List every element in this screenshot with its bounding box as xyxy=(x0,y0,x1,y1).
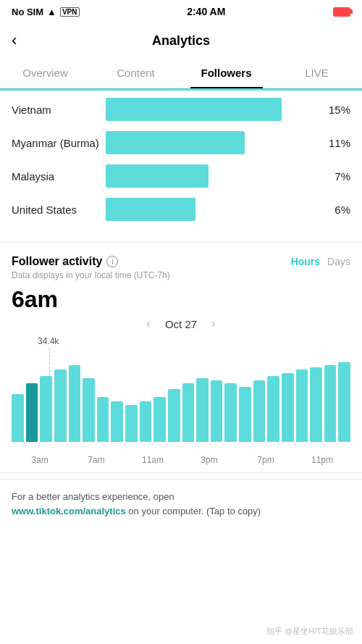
x-label-7pm: 7pm xyxy=(237,455,294,465)
chart-next-arrow[interactable]: › xyxy=(211,317,215,330)
chart-bar-13 xyxy=(196,378,209,442)
chart-bar-22 xyxy=(324,365,337,442)
carrier-label: No SIM xyxy=(12,7,43,17)
country-row-myanmar: Myanmar (Burma) 11% xyxy=(12,131,350,154)
bar-container-malaysia xyxy=(106,164,320,188)
pct-malaysia: 7% xyxy=(320,170,350,183)
bar-container-myanmar xyxy=(106,131,320,154)
header: ‹ Analytics xyxy=(0,23,362,58)
tab-content[interactable]: Content xyxy=(90,58,181,88)
x-label-3am: 3am xyxy=(12,455,68,465)
chart-bar-7 xyxy=(111,401,123,442)
chart-bar-10 xyxy=(153,397,166,442)
chart-bar-17 xyxy=(253,380,266,442)
vpn-badge: VPN xyxy=(60,7,80,17)
follower-activity-section: Follower activity i Hours Days Data disp… xyxy=(0,245,362,313)
bar-container-us xyxy=(106,198,320,221)
chart-nav: ‹ Oct 27 › xyxy=(12,317,350,330)
chart-bar-11 xyxy=(168,389,180,442)
tabs-bar: Overview Content Followers LIVE xyxy=(0,58,362,88)
country-row-malaysia: Malaysia 7% xyxy=(12,164,350,188)
tab-followers[interactable]: Followers xyxy=(181,58,272,88)
wifi-icon: ▲ xyxy=(47,7,56,17)
page-title: Analytics xyxy=(152,33,210,49)
chart-wrapper: 34.4k xyxy=(12,336,350,452)
toggle-buttons: Hours Days xyxy=(291,256,350,267)
tooltip-value: 34.4k xyxy=(38,336,59,346)
status-time: 2:40 AM xyxy=(187,6,225,17)
activity-title-row: Follower activity i xyxy=(12,255,118,268)
chart-bar-21 xyxy=(310,367,322,442)
bar-vietnam xyxy=(106,98,282,121)
footer-link[interactable]: www.tiktok.com/analytics xyxy=(12,506,126,517)
pct-us: 6% xyxy=(320,204,350,216)
watermark: 知乎 @星坐HIT花娱乐部 xyxy=(266,626,353,637)
chart-bar-9 xyxy=(140,401,152,442)
chart-bar-18 xyxy=(267,376,279,442)
footer-text: For a better analytics experience, open … xyxy=(12,490,350,518)
chart-date: Oct 27 xyxy=(165,318,197,330)
back-button[interactable]: ‹ xyxy=(12,31,17,50)
chart-bar-2 xyxy=(40,376,52,442)
chart-bar-8 xyxy=(125,405,138,442)
pct-myanmar: 11% xyxy=(320,137,350,149)
chart-bar-12 xyxy=(182,383,195,442)
activity-subtitle: Data displays in your local time (UTC-7h… xyxy=(12,270,350,280)
pct-vietnam: 15% xyxy=(320,104,350,116)
footer: For a better analytics experience, open … xyxy=(0,479,362,518)
country-row-us: United States 6% xyxy=(12,198,350,221)
x-label-7am: 7am xyxy=(68,455,125,465)
chart-bar-4 xyxy=(69,365,81,442)
chart-bar-16 xyxy=(239,387,251,442)
bar-malaysia xyxy=(106,164,209,188)
chart-bar-1 xyxy=(26,383,38,442)
x-label-11am: 11am xyxy=(125,455,181,465)
toggle-days[interactable]: Days xyxy=(327,256,350,267)
current-time-display: 6am xyxy=(12,286,350,313)
info-icon[interactable]: i xyxy=(106,256,118,267)
chart-bar-6 xyxy=(97,397,109,442)
section-divider-1 xyxy=(0,241,362,242)
chart-bar-14 xyxy=(211,380,223,442)
toggle-hours[interactable]: Hours xyxy=(291,256,320,267)
status-left: No SIM ▲ VPN xyxy=(12,7,80,17)
country-row-vietnam: Vietnam 15% xyxy=(12,98,350,121)
country-name-vietnam: Vietnam xyxy=(12,104,106,116)
countries-section: Vietnam 15% Myanmar (Burma) 11% Malaysia… xyxy=(0,91,362,238)
country-name-myanmar: Myanmar (Burma) xyxy=(12,137,106,149)
chart-bar-5 xyxy=(83,378,95,442)
tab-overview[interactable]: Overview xyxy=(0,58,90,88)
chart-bar-0 xyxy=(12,394,24,442)
chart-bar-3 xyxy=(54,369,67,442)
chart-bar-20 xyxy=(296,369,308,442)
tab-live[interactable]: LIVE xyxy=(272,58,362,88)
bars-row xyxy=(12,348,350,442)
bar-myanmar xyxy=(106,131,245,154)
bar-container-vietnam xyxy=(106,98,320,121)
x-label-3pm: 3pm xyxy=(181,455,237,465)
x-label-11pm: 11pm xyxy=(294,455,350,465)
chart-bar-15 xyxy=(224,383,237,442)
battery-icon xyxy=(333,7,350,17)
x-axis: 3am 7am 11am 3pm 7pm 11pm xyxy=(12,455,350,465)
country-name-malaysia: Malaysia xyxy=(12,170,106,183)
chart-prev-arrow[interactable]: ‹ xyxy=(147,317,151,330)
country-name-us: United States xyxy=(12,204,106,216)
bar-us xyxy=(106,198,195,221)
section-divider-2 xyxy=(0,472,362,473)
status-right xyxy=(333,7,350,17)
chart-bar-19 xyxy=(282,373,294,442)
chart-bar-23 xyxy=(338,362,350,442)
activity-header: Follower activity i Hours Days xyxy=(12,255,350,268)
status-bar: No SIM ▲ VPN 2:40 AM xyxy=(0,0,362,23)
activity-title: Follower activity xyxy=(12,255,102,268)
chart-section: ‹ Oct 27 › 34.4k 3am 7am 11am 3pm 7pm 11… xyxy=(0,317,362,465)
